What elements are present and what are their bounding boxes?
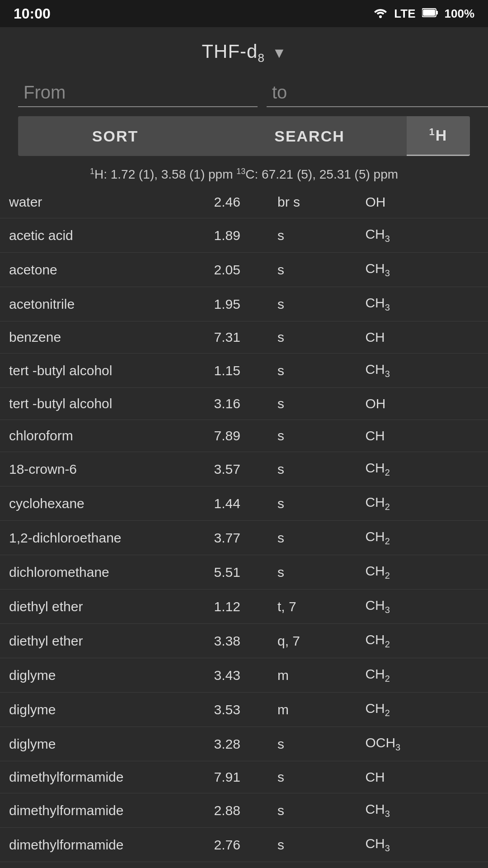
group: OCH3	[356, 727, 488, 761]
table-row[interactable]: acetone 2.05 s CH3	[0, 253, 488, 287]
svg-point-0	[379, 15, 382, 18]
group: CH3	[356, 218, 488, 253]
table-row[interactable]: dimethylformamide 2.76 s CH3	[0, 828, 488, 862]
ppm-value: 7.31	[205, 321, 268, 354]
app-container: THF-d8 ▼ SORT SEARCH 1H 1H: 1.72 (1), 3.…	[0, 27, 488, 868]
table-row[interactable]: diethyl ether 3.38 q, 7 CH2	[0, 624, 488, 658]
compound-name: dimethylformamide	[0, 793, 205, 828]
ppm-value: 5.51	[205, 555, 268, 590]
compound-name: dichloromethane	[0, 555, 205, 590]
ppm-value: 1.15	[205, 354, 268, 388]
ppm-value: 2.76	[205, 828, 268, 862]
ppm-value: 3.38	[205, 624, 268, 658]
ppm-value: 1.12	[205, 590, 268, 624]
multiplicity: s	[268, 420, 356, 452]
table-row[interactable]: dimethylformamide 2.88 s CH3	[0, 793, 488, 828]
group: CH2	[356, 452, 488, 486]
compound-name: dimethylformamide	[0, 761, 205, 793]
table-row[interactable]: chloroform 7.89 s CH	[0, 420, 488, 452]
table-row[interactable]: acetic acid 1.89 s CH3	[0, 218, 488, 253]
table-row[interactable]: benzene 7.31 s CH	[0, 321, 488, 354]
table-row[interactable]: 1,4-dioxane 3.56 s CH2	[0, 862, 488, 868]
multiplicity: s	[268, 321, 356, 354]
table-row[interactable]: 1,2-dichloroethane 3.77 s CH2	[0, 521, 488, 555]
table-row[interactable]: tert -butyl alcohol 1.15 s CH3	[0, 354, 488, 388]
compound-name: water	[0, 186, 205, 218]
group: CH2	[356, 693, 488, 727]
solvent-dropdown[interactable]: THF-d8 ▼	[202, 41, 286, 65]
compound-name: benzene	[0, 321, 205, 354]
ppm-value: 3.28	[205, 727, 268, 761]
svg-rect-2	[436, 11, 438, 14]
table-row[interactable]: diglyme 3.28 s OCH3	[0, 727, 488, 761]
filter-row	[0, 74, 488, 116]
solvent-title: THF-d8	[202, 41, 264, 65]
table-row[interactable]: diglyme 3.43 m CH2	[0, 658, 488, 693]
table-row[interactable]: diglyme 3.53 m CH2	[0, 693, 488, 727]
ppm-value: 1.89	[205, 218, 268, 253]
compound-name: cyclohexane	[0, 486, 205, 521]
table-row[interactable]: dichloromethane 5.51 s CH2	[0, 555, 488, 590]
compound-name: diethyl ether	[0, 590, 205, 624]
table-row[interactable]: diethyl ether 1.12 t, 7 CH3	[0, 590, 488, 624]
table-row[interactable]: cyclohexane 1.44 s CH2	[0, 486, 488, 521]
ppm-value: 2.88	[205, 793, 268, 828]
multiplicity: s	[268, 727, 356, 761]
ppm-value: 2.46	[205, 186, 268, 218]
group: CH3	[356, 287, 488, 321]
multiplicity: s	[268, 793, 356, 828]
from-input[interactable]	[18, 79, 258, 107]
group: OH	[356, 388, 488, 420]
ppm-value: 3.57	[205, 452, 268, 486]
status-icons: LTE 100%	[373, 6, 474, 21]
h1-button[interactable]: 1H	[407, 116, 470, 156]
group: CH2	[356, 658, 488, 693]
multiplicity: s	[268, 452, 356, 486]
compound-name: diglyme	[0, 658, 205, 693]
data-table: water 2.46 br s OH acetic acid 1.89 s CH…	[0, 186, 488, 868]
group: CH	[356, 761, 488, 793]
multiplicity: s	[268, 828, 356, 862]
table-row[interactable]: water 2.46 br s OH	[0, 186, 488, 218]
multiplicity: br s	[268, 186, 356, 218]
multiplicity: s	[268, 761, 356, 793]
sort-button[interactable]: SORT	[18, 116, 212, 156]
compound-name: 1,4-dioxane	[0, 862, 205, 868]
multiplicity: s	[268, 253, 356, 287]
group: CH2	[356, 486, 488, 521]
header: THF-d8 ▼	[0, 27, 488, 74]
to-input[interactable]	[267, 79, 488, 107]
h1-label: H	[436, 127, 448, 144]
group: CH	[356, 321, 488, 354]
compound-name: diethyl ether	[0, 624, 205, 658]
multiplicity: m	[268, 693, 356, 727]
compound-name: acetone	[0, 253, 205, 287]
table-row[interactable]: acetonitrile 1.95 s CH3	[0, 287, 488, 321]
table-row[interactable]: dimethylformamide 7.91 s CH	[0, 761, 488, 793]
group: CH2	[356, 555, 488, 590]
dropdown-arrow-icon: ▼	[272, 45, 286, 61]
results-info: 1H: 1.72 (1), 3.58 (1) ppm 13C: 67.21 (5…	[0, 162, 488, 186]
group: CH3	[356, 828, 488, 862]
compound-name: acetonitrile	[0, 287, 205, 321]
status-bar: 10:00 LTE 100%	[0, 0, 488, 27]
multiplicity: q, 7	[268, 624, 356, 658]
multiplicity: m	[268, 658, 356, 693]
compound-name: 18-crown-6	[0, 452, 205, 486]
search-button[interactable]: SEARCH	[212, 116, 407, 156]
ppm-value: 3.16	[205, 388, 268, 420]
group: CH2	[356, 521, 488, 555]
group: CH3	[356, 590, 488, 624]
ppm-value: 7.89	[205, 420, 268, 452]
compound-name: diglyme	[0, 693, 205, 727]
battery-percent: 100%	[445, 7, 475, 21]
ppm-value: 3.77	[205, 521, 268, 555]
group: OH	[356, 186, 488, 218]
lte-icon: LTE	[394, 7, 415, 21]
multiplicity: s	[268, 218, 356, 253]
table-row[interactable]: tert -butyl alcohol 3.16 s OH	[0, 388, 488, 420]
h1-superscript: 1	[429, 126, 436, 137]
table-row[interactable]: 18-crown-6 3.57 s CH2	[0, 452, 488, 486]
button-row: SORT SEARCH 1H	[0, 116, 488, 162]
compound-name: diglyme	[0, 727, 205, 761]
